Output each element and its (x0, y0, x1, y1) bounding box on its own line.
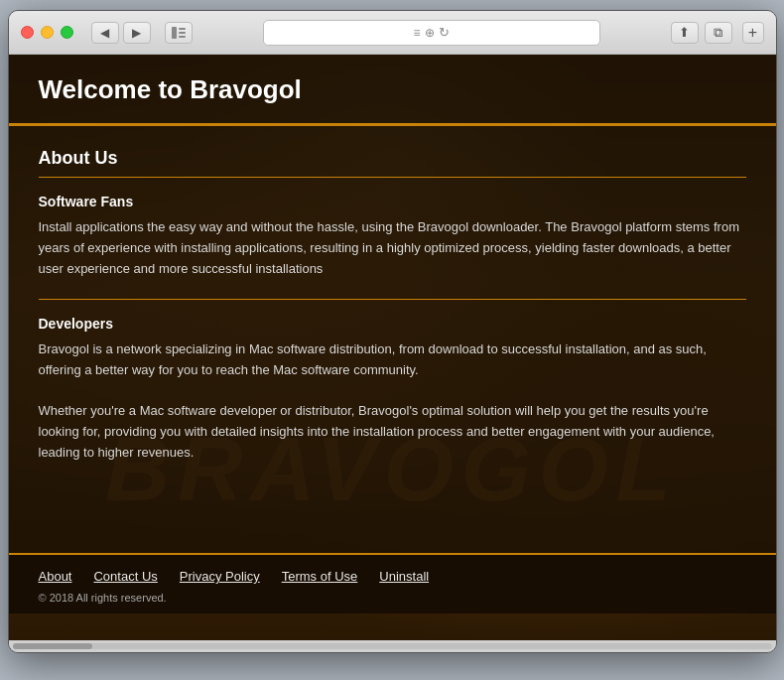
developers-text1: Bravogol is a network specializing in Ma… (39, 340, 746, 381)
back-button[interactable]: ◀ (91, 22, 119, 44)
footer-link-terms[interactable]: Terms of Use (282, 569, 358, 584)
address-bar-area: ≡ ⊕ ↻ (210, 20, 653, 46)
close-button[interactable] (21, 26, 34, 39)
scrollbar-track (13, 643, 772, 649)
footer-link-uninstall[interactable]: Uninstall (379, 569, 429, 584)
sidebar-icon (172, 27, 186, 39)
new-tab-icon: + (748, 24, 757, 42)
add-tab-icon: ⊕ (425, 26, 435, 40)
tab-overview-button[interactable]: ⧉ (705, 22, 732, 44)
footer-link-privacy[interactable]: Privacy Policy (180, 569, 260, 584)
share-icon: ⬆ (679, 25, 690, 40)
scrollbar-thumb[interactable] (13, 643, 92, 649)
back-icon: ◀ (100, 26, 109, 40)
forward-button[interactable]: ▶ (123, 22, 151, 44)
titlebar: ◀ ▶ ≡ ⊕ ↻ ⬆ ⧉ (9, 11, 776, 55)
browser-content[interactable]: BRAVOGOL Welcome to Bravogol About Us So… (9, 55, 776, 640)
main-content: About Us Software Fans Install applicati… (9, 126, 776, 553)
software-fans-text: Install applications the easy way and wi… (39, 217, 746, 279)
svg-rect-0 (172, 27, 177, 39)
maximize-button[interactable] (61, 26, 73, 39)
minimize-button[interactable] (41, 26, 54, 39)
svg-rect-2 (179, 32, 186, 34)
site-title: Welcome to Bravogol (39, 74, 746, 105)
footer-copyright: © 2018 All rights reserved. (39, 592, 746, 604)
about-us-heading: About Us (39, 148, 746, 178)
content-area: Welcome to Bravogol About Us Software Fa… (9, 55, 776, 613)
svg-rect-1 (179, 28, 186, 30)
horizontal-scrollbar[interactable] (9, 640, 776, 652)
forward-icon: ▶ (132, 26, 141, 40)
developers-text2: Whether you're a Mac software developer … (39, 401, 746, 463)
nav-buttons: ◀ ▶ (91, 22, 151, 44)
sidebar-button[interactable] (165, 22, 193, 44)
tab-overview-icon: ⧉ (714, 25, 722, 41)
footer-links: About Contact Us Privacy Policy Terms of… (39, 569, 746, 584)
traffic-lights (21, 26, 73, 39)
reload-icon: ↻ (439, 25, 450, 40)
developers-section: Developers Bravogol is a network special… (39, 299, 746, 463)
toolbar-right: ⬆ ⧉ + (671, 22, 764, 44)
site-footer: About Contact Us Privacy Policy Terms of… (9, 553, 776, 613)
browser-window: ◀ ▶ ≡ ⊕ ↻ ⬆ ⧉ (8, 10, 777, 653)
svg-rect-3 (179, 36, 186, 38)
share-button[interactable]: ⬆ (671, 22, 699, 44)
developers-heading: Developers (39, 299, 746, 332)
site-header: Welcome to Bravogol (9, 55, 776, 126)
webpage: BRAVOGOL Welcome to Bravogol About Us So… (9, 55, 776, 640)
footer-link-about[interactable]: About (39, 569, 72, 584)
reader-icon: ≡ (413, 26, 420, 40)
address-bar[interactable]: ≡ ⊕ ↻ (263, 20, 600, 46)
new-tab-button[interactable]: + (742, 22, 764, 44)
footer-link-contact[interactable]: Contact Us (93, 569, 157, 584)
software-fans-heading: Software Fans (39, 194, 746, 209)
